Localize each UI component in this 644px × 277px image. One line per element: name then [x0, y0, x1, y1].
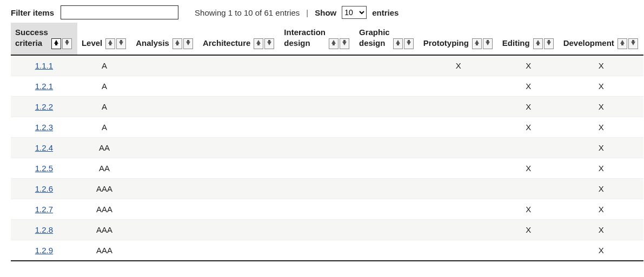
mark-cell — [131, 117, 198, 137]
mark-cell — [198, 96, 280, 117]
sort-asc-button[interactable] — [105, 38, 115, 49]
sort-desc-button[interactable] — [404, 38, 414, 49]
column-header-label: Interaction design — [284, 27, 326, 49]
criteria-link[interactable]: 1.2.2 — [35, 102, 53, 111]
table-controls: Filter items Showing 1 to 10 of 61 entri… — [11, 5, 633, 19]
table-body: 1.1.1AXXX1.2.1AXX1.2.2AXX1.2.3AXX1.2.4AA… — [11, 55, 643, 261]
mark-cell — [355, 96, 419, 117]
sort-asc-button[interactable] — [472, 38, 482, 49]
criteria-link[interactable]: 1.2.5 — [35, 164, 53, 173]
mark-cell — [419, 96, 498, 117]
arrow-up-icon — [331, 39, 336, 48]
criteria-table: Success criteriaLevelAnalysisArchitectur… — [11, 23, 643, 261]
criteria-link[interactable]: 1.2.7 — [35, 205, 53, 214]
mark-cell — [198, 178, 280, 199]
sort-asc-button[interactable] — [393, 38, 403, 49]
column-header-label: Success criteria — [15, 27, 48, 49]
svg-marker-10 — [396, 40, 400, 45]
entries-after-label: entries — [372, 8, 399, 17]
mark-cell — [198, 199, 280, 219]
mark-cell: X — [559, 96, 643, 117]
table-row: 1.1.1AXXX — [11, 55, 643, 76]
sort-desc-button[interactable] — [340, 38, 349, 49]
column-header-graphic-design: Graphic design — [355, 23, 419, 55]
mark-cell — [498, 178, 559, 199]
sort-asc-button[interactable] — [618, 38, 627, 49]
mark-cell — [355, 199, 419, 219]
mark-cell: X — [498, 117, 559, 137]
column-header-interaction-design: Interaction design — [280, 23, 355, 55]
mark-cell — [498, 137, 559, 158]
sort-buttons — [51, 38, 72, 49]
arrow-down-icon — [406, 39, 411, 48]
mark-cell — [280, 158, 355, 178]
svg-marker-15 — [547, 40, 551, 45]
sort-buttons — [533, 38, 554, 49]
column-header-label: Prototyping — [423, 38, 469, 49]
criteria-link[interactable]: 1.2.4 — [35, 143, 53, 152]
column-header-label: Graphic design — [359, 27, 390, 49]
arrow-up-icon — [108, 39, 113, 48]
sort-asc-button[interactable] — [172, 38, 182, 49]
arrow-up-icon — [175, 39, 180, 48]
criteria-cell: 1.2.8 — [11, 219, 77, 240]
mark-cell — [355, 137, 419, 158]
sort-desc-button[interactable] — [264, 38, 274, 49]
mark-cell: X — [559, 219, 643, 240]
mark-cell — [280, 219, 355, 240]
table-row: 1.2.5AAXX — [11, 158, 643, 178]
mark-cell — [198, 76, 280, 96]
column-header-analysis: Analysis — [131, 23, 198, 55]
arrow-down-icon — [342, 39, 347, 48]
sort-desc-button[interactable] — [183, 38, 193, 49]
sort-desc-button[interactable] — [544, 38, 554, 49]
mark-cell — [131, 76, 198, 96]
mark-cell — [198, 55, 280, 76]
table-row: 1.2.8AAAXX — [11, 219, 643, 240]
svg-marker-7 — [267, 40, 271, 45]
criteria-cell: 1.2.4 — [11, 137, 77, 158]
sort-buttons — [329, 38, 349, 49]
sort-buttons — [393, 38, 414, 49]
mark-cell — [198, 158, 280, 178]
criteria-link[interactable]: 1.2.8 — [35, 225, 53, 234]
mark-cell — [419, 117, 498, 137]
mark-cell — [280, 55, 355, 76]
sort-desc-button[interactable] — [116, 38, 126, 49]
sort-asc-button[interactable] — [533, 38, 543, 49]
table-row: 1.2.9AAAX — [11, 240, 643, 261]
sort-asc-button[interactable] — [51, 38, 61, 49]
mark-cell — [198, 240, 280, 261]
sort-asc-button[interactable] — [254, 38, 263, 49]
column-header-architecture: Architecture — [198, 23, 280, 55]
level-cell: AAA — [77, 219, 131, 240]
entries-select[interactable]: 102550100 — [342, 6, 367, 19]
mark-cell: X — [498, 158, 559, 178]
table-row: 1.2.3AXX — [11, 117, 643, 137]
sort-desc-button[interactable] — [628, 38, 638, 49]
criteria-link[interactable]: 1.1.1 — [35, 61, 53, 70]
criteria-link[interactable]: 1.2.6 — [35, 184, 53, 193]
mark-cell: X — [419, 55, 498, 76]
arrow-up-icon — [54, 39, 59, 48]
criteria-link[interactable]: 1.2.9 — [35, 246, 53, 255]
arrow-down-icon — [185, 39, 191, 48]
criteria-cell: 1.2.2 — [11, 96, 77, 117]
sort-asc-button[interactable] — [329, 38, 338, 49]
criteria-link[interactable]: 1.2.1 — [35, 82, 53, 91]
mark-cell — [131, 55, 198, 76]
showing-info: Showing 1 to 10 of 61 entries — [195, 8, 300, 17]
mark-cell — [419, 219, 498, 240]
mark-cell — [131, 219, 198, 240]
sort-buttons — [472, 38, 493, 49]
filter-input[interactable] — [61, 5, 178, 19]
sort-buttons — [254, 38, 274, 49]
table-row: 1.2.2AXX — [11, 96, 643, 117]
sort-desc-button[interactable] — [483, 38, 493, 49]
mark-cell — [280, 240, 355, 261]
arrow-up-icon — [256, 39, 261, 48]
sort-desc-button[interactable] — [62, 38, 72, 49]
criteria-link[interactable]: 1.2.3 — [35, 123, 53, 132]
level-cell: A — [77, 55, 131, 76]
table-header-row: Success criteriaLevelAnalysisArchitectur… — [11, 23, 643, 55]
